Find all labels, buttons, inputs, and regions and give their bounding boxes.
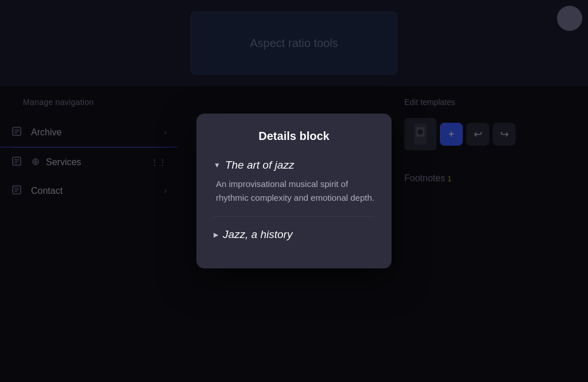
jazz-art-body: An improvisational musical spirit of rhy… — [214, 177, 374, 205]
modal-title: Details block — [214, 130, 374, 143]
jazz-history-title: Jazz, a history — [223, 228, 292, 241]
details-item-header-open: ▼ The art of jazz — [214, 159, 374, 171]
jazz-art-title: The art of jazz — [225, 159, 294, 171]
avatar[interactable] — [557, 6, 582, 31]
details-modal: Details block ▼ The art of jazz An impro… — [196, 114, 392, 268]
modal-divider — [214, 216, 374, 217]
triangle-closed-icon: ▶ — [214, 231, 218, 239]
modal-overlay[interactable]: Details block ▼ The art of jazz An impro… — [0, 0, 588, 382]
details-item-header-closed: ▶ Jazz, a history — [214, 228, 374, 241]
details-item-jazz-history[interactable]: ▶ Jazz, a history — [214, 228, 374, 241]
details-item-jazz-art[interactable]: ▼ The art of jazz An improvisational mus… — [214, 159, 374, 205]
triangle-open-icon: ▼ — [214, 161, 220, 169]
